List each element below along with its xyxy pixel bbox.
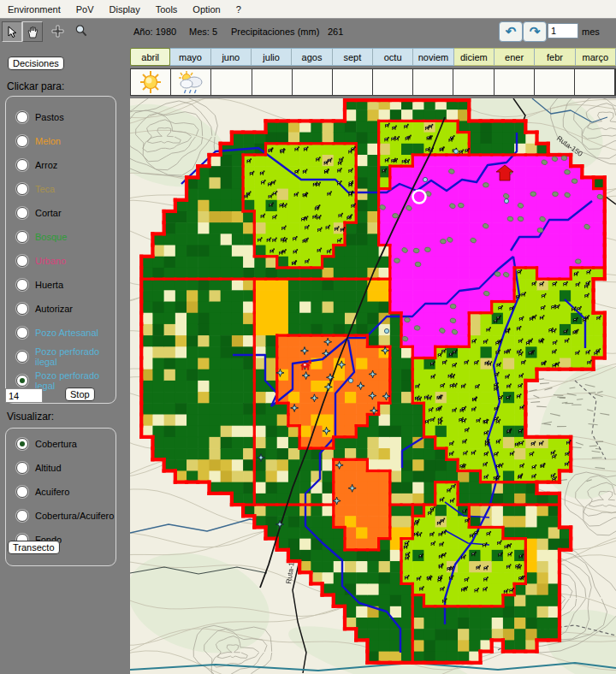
action-huerta[interactable]: Huerta [16, 278, 63, 292]
weather-cell-empty [535, 69, 575, 95]
radio-icon[interactable] [16, 438, 28, 450]
view-acuifero[interactable]: Acuifero [16, 485, 69, 499]
zoom-in-tool-button[interactable] [48, 21, 67, 40]
weather-cell-empty [453, 69, 494, 95]
action-melon[interactable]: Melon [16, 134, 61, 148]
stop-button[interactable]: Stop [65, 387, 95, 401]
tab-month-noviem[interactable]: noviem [413, 48, 453, 66]
redo-button[interactable]: ↷ [523, 21, 547, 42]
tab-month-março[interactable]: março [576, 48, 616, 66]
radio-label: Pozo Artesanal [35, 328, 98, 338]
hand-icon [27, 26, 39, 38]
radio-icon[interactable] [16, 159, 28, 171]
radio-label: Altitud [35, 463, 62, 473]
steps-input[interactable] [548, 23, 578, 38]
radio-icon[interactable] [16, 486, 28, 498]
toolbar: Año: 1980 Mes: 5 Precipitaciones (mm) 26… [0, 19, 616, 46]
tab-month-febr[interactable]: febr [535, 48, 575, 66]
menu-item-option[interactable]: Option [185, 2, 228, 17]
radio-icon[interactable] [16, 279, 28, 291]
tab-month-mayo[interactable]: mayo [170, 48, 210, 66]
undo-icon: ↶ [506, 24, 517, 39]
radio-icon[interactable] [16, 303, 28, 315]
tab-month-juno[interactable]: juno [211, 48, 252, 66]
radio-icon[interactable] [16, 255, 28, 267]
redo-icon: ↷ [530, 24, 541, 39]
tab-month-julio[interactable]: julio [252, 48, 292, 66]
weather-cell-empty [373, 69, 413, 95]
action-bosque[interactable]: Bosque [16, 230, 67, 244]
weather-cell-empty [575, 69, 615, 95]
menu-item-pov[interactable]: PoV [68, 2, 102, 17]
tab-month-diciem[interactable]: diciem [454, 48, 495, 66]
map-canvas[interactable] [130, 98, 616, 674]
radio-label: Arroz [35, 160, 57, 170]
view-altitud[interactable]: Altitud [16, 461, 62, 475]
year-status: Año: 1980 [133, 27, 176, 37]
tab-month-agos[interactable]: agos [292, 48, 332, 66]
tab-month-ener[interactable]: ener [495, 48, 535, 66]
plus-icon [51, 25, 64, 38]
weather-sun-rain-icon [171, 69, 211, 95]
weather-cell-empty [252, 69, 293, 95]
weather-cell-empty [333, 69, 373, 95]
transecto-button[interactable]: Transecto [8, 541, 60, 554]
magnifier-tool-button[interactable] [72, 21, 91, 40]
weather-strip [130, 68, 616, 96]
radio-label: Melon [35, 136, 61, 146]
action-pozo-perforado-ilegal[interactable]: Pozo perforado ilegal [16, 350, 116, 364]
pointer-tool-button[interactable] [2, 21, 22, 42]
undo-button[interactable]: ↶ [499, 21, 523, 42]
weather-cell-empty [413, 69, 453, 95]
action-pozo-artesanal[interactable]: Pozo Artesanal [16, 326, 98, 340]
menu-item-environment[interactable]: Environment [0, 2, 68, 17]
weather-sun-icon [131, 69, 171, 95]
radio-label: Pozo perforado ilegal [35, 346, 116, 367]
radio-label: Cobertura/Acuifero [35, 511, 114, 521]
decisiones-button[interactable]: Decisiones [8, 56, 64, 70]
view-cobertura[interactable]: Cobertura [16, 437, 77, 451]
radio-label: Teca [35, 184, 55, 194]
tab-month-sept[interactable]: sept [333, 48, 373, 66]
menu-item-display[interactable]: Display [102, 2, 148, 17]
radio-icon[interactable] [16, 207, 28, 219]
radio-label: Huerta [35, 280, 63, 290]
radio-icon[interactable] [16, 135, 28, 147]
tab-month-octu[interactable]: octu [373, 48, 413, 66]
radio-icon[interactable] [16, 375, 28, 387]
visualizar-label: Visualizar: [7, 411, 54, 423]
radio-icon[interactable] [16, 111, 28, 123]
month-status: Mes: 5 [189, 27, 217, 37]
radio-label: Cortar [35, 208, 62, 218]
weather-cell-empty [495, 69, 535, 95]
menu-item-tools[interactable]: Tools [148, 2, 186, 17]
radio-icon[interactable] [16, 231, 28, 243]
radio-label: Autorizar [35, 304, 73, 314]
clickar-para-label: Clickar para: [7, 80, 64, 92]
action-arroz[interactable]: Arroz [16, 158, 57, 172]
action-cortar[interactable]: Cortar [16, 206, 62, 220]
action-urbano[interactable]: Urbano [16, 254, 66, 268]
radio-label: Bosque [35, 232, 67, 242]
precip-value: 261 [328, 27, 343, 37]
view-cobertura-acuifero[interactable]: Cobertura/Acuifero [16, 509, 114, 523]
radio-icon[interactable] [16, 462, 28, 474]
action-teca[interactable]: Teca [16, 182, 55, 196]
menu-item-[interactable]: ? [228, 2, 249, 17]
radio-icon[interactable] [16, 351, 28, 363]
counter-input[interactable] [5, 388, 43, 403]
steps-unit-label: mes [582, 27, 600, 37]
radio-label: Cobertura [35, 439, 77, 449]
actions-groupbox: PastosMelonArrozTecaCortarBosqueUrbanoHu… [5, 96, 116, 404]
radio-icon[interactable] [16, 327, 28, 339]
radio-icon[interactable] [16, 510, 28, 522]
action-pozo-perforado-legal[interactable]: Pozo perforado legal [16, 374, 116, 387]
action-pastos[interactable]: Pastos [16, 110, 64, 124]
tab-month-abril[interactable]: abril [130, 48, 170, 66]
radio-label: Pastos [35, 112, 64, 122]
precip-label: Precipitaciones (mm) [231, 27, 319, 37]
radio-icon[interactable] [16, 183, 28, 195]
pan-tool-button[interactable] [22, 21, 43, 42]
weather-cell-empty [211, 69, 252, 95]
action-autorizar[interactable]: Autorizar [16, 302, 73, 316]
